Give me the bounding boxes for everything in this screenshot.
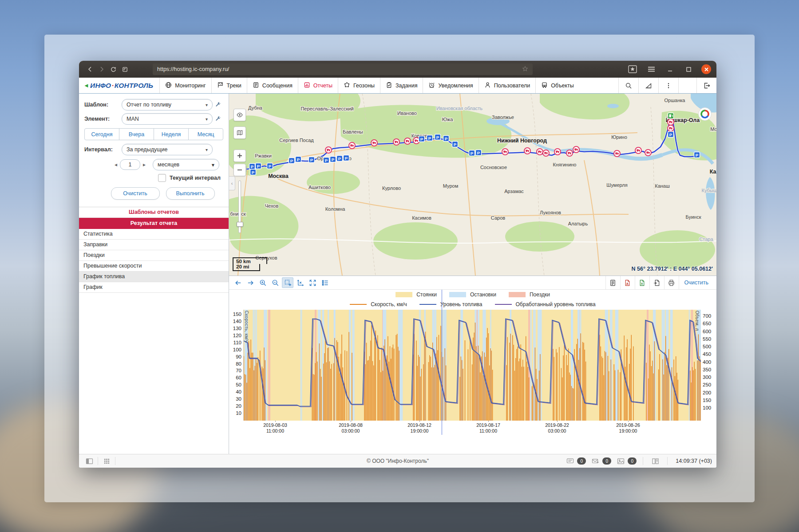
run-button[interactable]: Выполнить bbox=[166, 187, 215, 200]
chart-tool-export-file[interactable] bbox=[649, 276, 664, 289]
journal-icon[interactable] bbox=[649, 457, 661, 465]
trip-event-marker[interactable] bbox=[349, 142, 355, 149]
trip-event-marker[interactable] bbox=[554, 149, 561, 155]
chart-tool-forward[interactable] bbox=[245, 277, 256, 288]
parking-marker[interactable]: P bbox=[250, 169, 256, 175]
parking-marker[interactable]: P bbox=[324, 158, 329, 163]
close-button[interactable] bbox=[701, 64, 711, 74]
measure-icon[interactable] bbox=[638, 78, 658, 93]
tab-messages[interactable]: Сообщения bbox=[247, 78, 298, 93]
interval-count-increment[interactable]: ▸ bbox=[140, 162, 148, 168]
range-button-2[interactable]: Неделя bbox=[154, 128, 189, 140]
chart-tool-export-excel[interactable]: X bbox=[635, 276, 649, 289]
tab-notifications[interactable]: Уведомления bbox=[423, 78, 478, 93]
templates-section-header[interactable]: Шаблоны отчетов bbox=[79, 207, 229, 218]
parking-marker[interactable]: P bbox=[330, 157, 336, 162]
parking-marker[interactable]: P bbox=[435, 134, 441, 140]
current-interval-checkbox[interactable] bbox=[158, 174, 166, 182]
trip-event-marker[interactable] bbox=[668, 119, 674, 125]
map-visibility-button[interactable] bbox=[233, 109, 246, 121]
parking-marker[interactable]: P bbox=[289, 158, 295, 164]
tab-users[interactable]: Пользователи bbox=[479, 78, 536, 93]
result-section-header[interactable]: Результат отчета bbox=[79, 218, 229, 229]
bookmark-star-icon[interactable] bbox=[522, 66, 528, 73]
trip-event-marker[interactable] bbox=[543, 150, 549, 156]
chart-tool-report-doc[interactable] bbox=[605, 276, 620, 289]
interval-count-field[interactable]: 1 bbox=[120, 159, 140, 170]
map-zoom-slider[interactable] bbox=[238, 181, 241, 233]
tab-objects[interactable]: Объекты bbox=[535, 78, 579, 93]
chart-tool-legend-toggle[interactable] bbox=[319, 277, 331, 288]
report-section-statistics[interactable]: Статистика bbox=[79, 229, 229, 240]
url-bar[interactable]: https://hosting.ic-company.ru/ bbox=[153, 63, 533, 75]
parking-marker[interactable]: P bbox=[668, 132, 674, 138]
template-select[interactable]: Отчет по топливу▾ bbox=[122, 99, 213, 110]
trip-event-marker[interactable] bbox=[645, 150, 651, 156]
interval-select[interactable]: За предыдущие▾ bbox=[122, 144, 213, 155]
map-canvas[interactable]: ДубнаПереславль-ЗалесскийИвановоИвановск… bbox=[229, 94, 716, 276]
map-zoom-slider-handle[interactable] bbox=[237, 222, 243, 227]
trip-event-marker[interactable] bbox=[635, 147, 641, 154]
bookmarks-toolbar-icon[interactable] bbox=[627, 63, 638, 75]
mail-counter[interactable]: 0 bbox=[589, 457, 611, 465]
interval-unit-select[interactable]: месяцев▾ bbox=[153, 159, 219, 170]
chart-clear-button[interactable]: Очистить bbox=[679, 276, 714, 289]
parking-marker[interactable]: P bbox=[344, 155, 349, 161]
chart-tool-fit-all[interactable] bbox=[307, 277, 318, 288]
parking-marker[interactable]: P bbox=[452, 142, 458, 147]
sidebar-collapse-handle[interactable]: ‹ bbox=[229, 176, 235, 190]
fuel-station-marker[interactable] bbox=[668, 113, 674, 119]
tab-geozones[interactable]: Геозоны bbox=[338, 78, 380, 93]
chart-tool-zoom-in[interactable] bbox=[257, 277, 269, 288]
trip-event-marker[interactable] bbox=[573, 146, 579, 153]
tab-reports[interactable]: Отчеты bbox=[298, 78, 338, 93]
chart-tool-export-pdf[interactable]: A bbox=[620, 276, 635, 289]
chart-tool-axis-scale[interactable] bbox=[294, 277, 306, 288]
more-icon[interactable] bbox=[658, 78, 678, 93]
trip-event-marker[interactable] bbox=[537, 149, 543, 155]
map-layers-button[interactable] bbox=[233, 126, 246, 139]
chart-tool-back[interactable] bbox=[232, 277, 244, 288]
logout-icon[interactable] bbox=[696, 78, 716, 93]
trip-event-marker[interactable] bbox=[524, 148, 530, 154]
forward-button[interactable] bbox=[96, 63, 107, 75]
parking-marker[interactable]: P bbox=[256, 163, 261, 169]
report-section-chart[interactable]: График bbox=[79, 282, 229, 293]
parking-marker[interactable]: P bbox=[443, 136, 449, 142]
trip-event-marker[interactable] bbox=[668, 125, 674, 131]
chat-counter[interactable]: 0 bbox=[564, 457, 586, 465]
home-button[interactable] bbox=[119, 63, 131, 75]
tab-tasks[interactable]: Задания bbox=[380, 78, 423, 93]
element-select[interactable]: MAN▾ bbox=[122, 113, 213, 125]
trip-event-marker[interactable] bbox=[393, 139, 400, 145]
template-settings-icon[interactable] bbox=[213, 102, 223, 108]
parking-marker[interactable]: P bbox=[694, 152, 700, 158]
trip-event-marker[interactable] bbox=[325, 147, 332, 153]
menu-icon[interactable] bbox=[645, 63, 657, 75]
chart-tool-zoom-out[interactable] bbox=[269, 277, 281, 288]
tab-tracks[interactable]: Треки bbox=[211, 78, 247, 93]
map-zoom-in-button[interactable] bbox=[233, 150, 246, 162]
report-section-trips[interactable]: Поездки bbox=[79, 250, 229, 261]
report-section-refuels[interactable]: Заправки bbox=[79, 240, 229, 250]
minimize-button[interactable] bbox=[664, 63, 676, 75]
trip-event-marker[interactable] bbox=[502, 149, 508, 155]
chart-tool-print[interactable] bbox=[664, 276, 679, 289]
range-button-3[interactable]: Месяц bbox=[188, 128, 223, 140]
chart-tool-box-zoom[interactable] bbox=[282, 277, 293, 288]
trip-event-marker[interactable] bbox=[614, 150, 620, 157]
report-section-speeding[interactable]: Превышение скорости bbox=[79, 261, 229, 272]
maximize-button[interactable] bbox=[683, 63, 694, 75]
grid-icon[interactable] bbox=[101, 457, 112, 465]
parking-marker[interactable]: P bbox=[296, 157, 301, 162]
trip-event-marker[interactable] bbox=[371, 140, 377, 146]
reload-button[interactable] bbox=[107, 63, 119, 75]
parking-marker[interactable]: P bbox=[337, 156, 343, 162]
chart-plot-area[interactable]: Скорость, км/ч Объем, л bbox=[243, 310, 700, 421]
tab-monitoring[interactable]: Мониторинг bbox=[159, 78, 211, 93]
app-logo[interactable]: ◄ ИНФО · КОНТРОЛЬ bbox=[79, 78, 159, 93]
clear-button[interactable]: Очистить bbox=[111, 187, 160, 200]
parking-marker[interactable]: P bbox=[427, 135, 433, 141]
parking-marker[interactable]: P bbox=[476, 150, 482, 156]
parking-marker[interactable]: P bbox=[249, 164, 255, 169]
